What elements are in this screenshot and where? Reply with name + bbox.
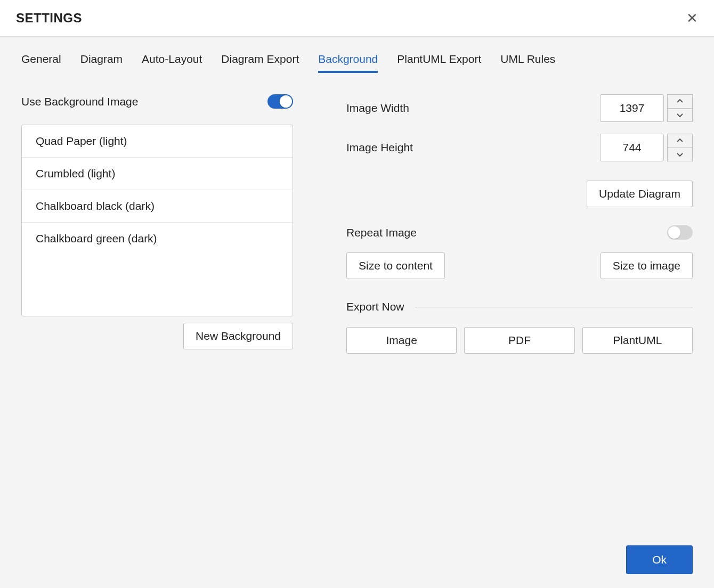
use-bg-label: Use Background Image [21,95,138,108]
image-height-row: Image Height [346,134,693,161]
list-item[interactable]: Chalkboard black (dark) [22,190,293,223]
update-diagram-button[interactable]: Update Diagram [587,181,693,207]
export-section-divider: Export Now [346,300,693,313]
list-item[interactable]: Chalkboard green (dark) [22,223,293,255]
tab-content: Use Background Image Quad Paper (light) … [21,94,693,354]
list-item[interactable]: Quad Paper (light) [22,125,293,158]
tab-background[interactable]: Background [318,53,378,73]
export-pdf-button[interactable]: PDF [464,327,574,354]
export-buttons-row: Image PDF PlantUML [346,327,693,354]
size-buttons-row: Size to content Size to image [346,252,693,279]
list-item[interactable]: Crumbled (light) [22,158,293,190]
ok-button[interactable]: Ok [626,545,693,574]
export-section-label: Export Now [346,300,404,313]
image-width-spinner [667,94,693,122]
chevron-down-icon[interactable] [667,108,693,123]
dialog-title: SETTINGS [16,11,82,26]
tab-diagram[interactable]: Diagram [80,53,123,73]
image-width-row: Image Width [346,94,693,122]
repeat-image-label: Repeat Image [346,226,417,239]
export-image-button[interactable]: Image [346,327,457,354]
new-bg-row: New Background [21,323,293,349]
settings-dialog: SETTINGS ✕ General Diagram Auto-Layout D… [0,0,714,588]
image-width-label: Image Width [346,102,409,115]
dialog-body: General Diagram Auto-Layout Diagram Expo… [0,37,714,532]
tabs-bar: General Diagram Auto-Layout Diagram Expo… [21,53,693,73]
chevron-down-icon[interactable] [667,148,693,162]
dialog-header: SETTINGS ✕ [0,0,714,37]
right-column: Image Width Imag [346,94,693,354]
size-to-content-button[interactable]: Size to content [346,252,445,279]
image-height-group [600,134,693,161]
background-listbox[interactable]: Quad Paper (light) Crumbled (light) Chal… [21,125,293,316]
dialog-footer: Ok [0,532,714,588]
divider-line [415,307,693,307]
use-bg-toggle[interactable] [267,94,293,109]
left-column: Use Background Image Quad Paper (light) … [21,94,293,354]
tab-plantuml-export[interactable]: PlantUML Export [397,53,481,73]
tab-auto-layout[interactable]: Auto-Layout [142,53,202,73]
use-bg-row: Use Background Image [21,94,293,109]
repeat-image-row: Repeat Image [346,225,693,240]
image-width-input[interactable] [600,94,664,122]
tab-diagram-export[interactable]: Diagram Export [221,53,299,73]
size-to-image-button[interactable]: Size to image [601,252,693,279]
image-height-label: Image Height [346,141,413,154]
repeat-image-toggle[interactable] [667,225,693,240]
export-plantuml-button[interactable]: PlantUML [582,327,693,354]
update-row: Update Diagram [346,181,693,207]
image-height-input[interactable] [600,134,664,161]
chevron-up-icon[interactable] [667,94,693,108]
tab-uml-rules[interactable]: UML Rules [500,53,555,73]
image-width-group [600,94,693,122]
image-height-spinner [667,134,693,161]
close-icon[interactable]: ✕ [686,11,698,25]
chevron-up-icon[interactable] [667,134,693,148]
new-background-button[interactable]: New Background [183,323,293,349]
tab-general[interactable]: General [21,53,61,73]
